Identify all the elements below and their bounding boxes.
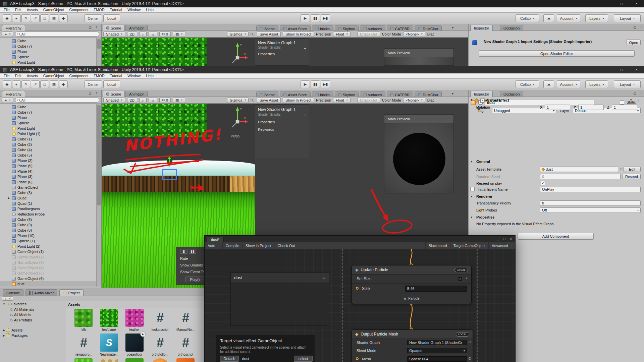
blackboard-properties[interactable]: Properties xyxy=(255,118,309,126)
titlebar[interactable]: ASE backup3 - SampleScene - PC, Mac & Li… xyxy=(0,0,644,7)
project-create-button[interactable]: + xyxy=(2,296,13,301)
shading-mode-dropdown[interactable]: Shaded xyxy=(103,98,125,103)
gizmos-dropdown[interactable]: Gizmos xyxy=(227,32,249,37)
hierarchy-item[interactable]: Point Light (2) xyxy=(0,244,96,249)
asset-template-field[interactable]: dust xyxy=(540,167,618,172)
scene-orientation-gizmo[interactable]: yx xyxy=(227,41,248,66)
reseed-button[interactable]: Reseed xyxy=(623,174,641,179)
pause-button[interactable]: ▮▮ xyxy=(311,80,320,88)
lock-icon[interactable]: ⊙ xyxy=(633,92,636,96)
menu-item[interactable]: FMOD xyxy=(91,7,107,12)
object-picker-icon[interactable]: ⊙ xyxy=(620,167,623,171)
tab-inspector[interactable]: Inspector xyxy=(470,91,493,97)
hidden-objects-icon[interactable]: ⊘0 xyxy=(159,98,171,103)
hierarchy-item[interactable]: Cube (8) xyxy=(0,228,96,233)
menu-item[interactable]: Assets xyxy=(24,73,41,78)
hierarchy-item[interactable]: GameObject (4) xyxy=(0,265,96,270)
add-parameter-button[interactable]: + xyxy=(322,275,325,281)
titlebar[interactable]: ASE backup3 - SampleScene - PC, Mac & Li… xyxy=(0,66,644,73)
cloud-icon[interactable]: ☁ xyxy=(543,14,554,22)
menu-item[interactable]: Component xyxy=(66,7,91,12)
hierarchy-item[interactable]: Point Light (1) xyxy=(0,131,96,136)
blackboard-toggle-button[interactable]: Blackboard xyxy=(425,242,450,249)
hierarchy-item[interactable]: Cube (2) xyxy=(0,142,96,147)
asset-item[interactable]: oceanfloor xyxy=(122,334,147,356)
2d-toggle[interactable]: 2D xyxy=(127,98,137,103)
asset-item[interactable]: newappro... xyxy=(71,334,96,356)
menu-item[interactable]: GameObject xyxy=(41,7,67,12)
menu-item[interactable]: GameObject xyxy=(41,73,67,78)
set-size-block[interactable]: Set Size ✓ ▾ xyxy=(352,275,471,284)
hierarchy-item[interactable]: Cube (4) xyxy=(0,147,96,153)
vfx-play-button[interactable]: Play() xyxy=(185,277,204,282)
menu-item[interactable]: File xyxy=(1,73,12,78)
step-button[interactable]: ▶▮ xyxy=(321,80,330,88)
blackboard-properties[interactable]: Properties xyxy=(255,51,309,57)
hierarchy-scrollbar[interactable] xyxy=(96,38,101,66)
menu-item[interactable]: Component xyxy=(66,73,91,78)
menu-item[interactable]: FMOD xyxy=(91,73,107,78)
close-button[interactable]: × xyxy=(629,66,644,73)
hierarchy-search[interactable] xyxy=(15,98,99,103)
advanced-dropdown[interactable]: Advanced xyxy=(488,242,515,249)
menu-item[interactable]: Window xyxy=(125,73,143,78)
tab-scene[interactable]: Scene xyxy=(103,91,125,97)
hierarchy-search[interactable] xyxy=(15,32,99,37)
lock-icon[interactable]: ⊙ xyxy=(89,25,92,30)
chevron-down-icon[interactable]: ▾ xyxy=(466,277,468,280)
edit-button[interactable]: Edit xyxy=(624,167,641,172)
asset-item[interactable]: NewImage... xyxy=(96,334,122,356)
scene-search-icon[interactable] xyxy=(251,99,253,101)
save-asset-button[interactable]: Save Asset xyxy=(257,98,281,103)
tab-occlusion[interactable]: Occlusion xyxy=(500,91,523,97)
hierarchy-item[interactable]: Reflection Probe xyxy=(0,212,96,217)
hierarchy-item[interactable]: Plane xyxy=(0,115,96,120)
menu-item[interactable]: Edit xyxy=(12,73,24,78)
hierarchy-item[interactable]: Plane (2) xyxy=(0,158,96,163)
tool-button[interactable]: ▦ xyxy=(50,80,58,88)
hierarchy-item[interactable]: Plane xyxy=(0,49,96,54)
scrollbar-thumb[interactable] xyxy=(97,105,101,205)
account-dropdown[interactable]: Account xyxy=(557,14,580,22)
open-button[interactable]: Open xyxy=(627,40,641,45)
add-property-button[interactable]: + xyxy=(304,113,306,118)
tab-hierarchy[interactable]: Hierarchy xyxy=(2,25,25,31)
check-out-button[interactable]: Check Out xyxy=(357,32,380,37)
initial-event-field[interactable]: OnPlay xyxy=(540,187,641,192)
search-input[interactable] xyxy=(21,32,97,36)
asset-item[interactable]: orthofollo... xyxy=(147,334,173,356)
scene-orientation-gizmo[interactable]: yx xyxy=(227,105,248,136)
z-field[interactable]: 1 xyxy=(612,105,637,110)
tool-button[interactable]: + xyxy=(12,80,21,88)
hierarchy-item[interactable]: Cube (1) xyxy=(0,136,96,142)
menu-icon[interactable]: ⋮ xyxy=(95,25,98,30)
hierarchy-item[interactable]: GameObject (3) xyxy=(0,260,96,265)
step-button[interactable]: ▶▮ xyxy=(321,14,330,22)
hidden-objects-icon[interactable]: ⊘0 xyxy=(159,32,171,37)
tab-animator[interactable]: Animator xyxy=(125,25,148,31)
menu-item[interactable]: Edit xyxy=(12,7,24,12)
color-mode-dropdown[interactable]: <None> xyxy=(403,32,425,37)
space-button[interactable]: Local xyxy=(103,80,120,88)
play-button[interactable]: ▶ xyxy=(301,14,310,22)
favorites-foldout[interactable]: ▼ ★ Favorites xyxy=(0,301,66,307)
tab-overflow-icon[interactable]: ▸ xyxy=(452,92,454,95)
lock-icon[interactable]: ⊙ xyxy=(633,25,636,30)
audio-toggle-icon[interactable]: ♪ xyxy=(139,98,147,103)
layers-dropdown[interactable]: Layers xyxy=(585,80,608,88)
translate-gizmo[interactable] xyxy=(167,156,172,167)
scene-viewport[interactable]: yx xyxy=(101,38,255,66)
favorite-item[interactable]: All Models xyxy=(0,312,66,317)
menu-item[interactable]: Help xyxy=(143,7,156,12)
hierarchy-item[interactable]: Parallaxgrass xyxy=(0,206,96,212)
context-menu-icon[interactable]: ⋮ xyxy=(636,98,640,103)
menu-icon[interactable]: ⋮ xyxy=(639,25,643,30)
hierarchy-item[interactable]: Cube (5) xyxy=(0,153,96,158)
menu-item[interactable]: Tutorial xyxy=(107,73,125,78)
create-button[interactable]: + xyxy=(2,98,13,103)
search-input[interactable] xyxy=(21,98,97,102)
precision-dropdown[interactable]: Float xyxy=(333,32,350,37)
hierarchy-item[interactable]: Cube (6) xyxy=(0,217,96,222)
effects-toggle-icon[interactable]: ☼ xyxy=(149,32,157,37)
add-component-button[interactable]: Add Component xyxy=(518,233,594,240)
